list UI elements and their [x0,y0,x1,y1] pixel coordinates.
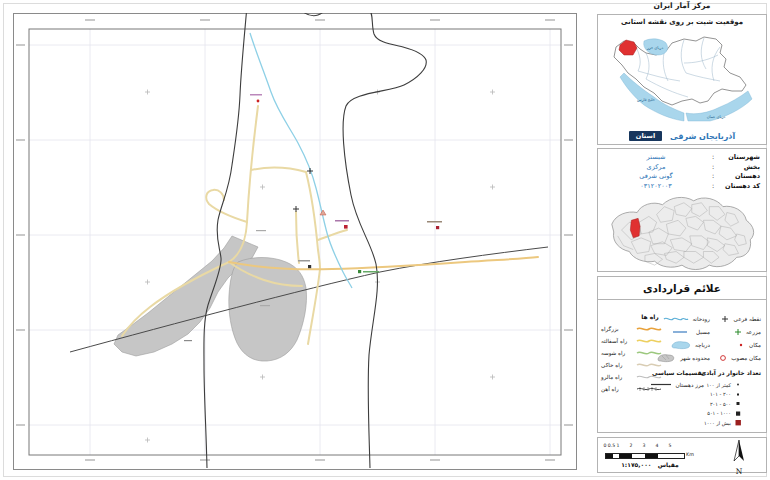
province-chip: استان [629,131,662,141]
village-markers [184,94,442,341]
legend-hh-class-4: ۵۰۱ - ۱۰۰۰ [707,410,742,417]
scale-panel: 0 0.5 1 2 3 4 5 Km مقیاس ۱:۱۷۵,۰۰۰ N [597,437,767,473]
north-label: N [730,469,748,474]
legend-road-track: راه مالرو [601,373,664,381]
legend-hh-class-1: کمتر از ۱۰۰ [706,381,742,388]
location-panel-title: موقعیت شیت بر روی نقشه استانی [598,18,766,26]
persian-gulf-label: خلیج فارس [637,97,656,102]
scale-unit: Km [686,452,694,457]
edge-coordinate-labels [16,19,573,461]
info-row-rural-district: دهستان : گونی شرقی [604,172,760,182]
info-panel: شهرستان : شبستر بخش : مرکزی دهستان : گون… [597,148,767,272]
province-name: آذربایجان شرقی [670,132,735,141]
map-grid [29,29,561,455]
caspian-sea-label: دریای خزر [646,45,664,50]
scale-bar: 0 0.5 1 2 3 4 5 Km [605,448,715,456]
legend-hh-class-5: بیش از ۱۰۰۰ [704,419,742,426]
legend-hh-class-2: ۱۰۱ - ۲۰۰ [710,391,742,398]
legend-roads-title: راه ها [632,313,668,320]
info-row-county: شهرستان : شبستر [604,153,760,163]
map-inner-frame [29,29,561,455]
legend-lake: دریاچه [666,340,710,350]
legend-stream: مسیل [667,328,710,336]
page-title: مرکز آمار ایران [597,1,767,12]
legend-point-farm: مزرعه [733,328,761,336]
north-arrow: N [730,439,748,473]
legend-point-place: مکان [736,341,761,349]
info-row-district: بخش : مرکزی [604,163,760,173]
legend-panel: علائم قراردادی نقطه فرعی مزرعه مکان مکان… [597,276,767,433]
legend-railway: راه آهن [601,385,664,393]
info-row-code: کد دهستان : ۰۳۱۲۰۲۰۰۳ [604,182,760,192]
highlighted-province [619,40,637,55]
province-district-map[interactable] [601,193,763,271]
legend-point-secondary: نقطه فرعی [720,315,761,323]
legend-households-title: تعداد خانوار در آبادی [701,369,761,376]
main-map[interactable] [13,13,575,468]
legend-road-dirt: راه خاکی [601,361,664,369]
legend-point-approved: مکان مصوب [718,354,761,362]
legend-road-highway: بزرگراه [601,325,664,333]
legend-road-gravel: راه شوسه [601,349,664,357]
oman-sea-label: دریای عمان [707,114,726,119]
location-panel: موقعیت شیت بر روی نقشه استانی دریای خزر … [597,14,767,145]
scale-text: مقیاس ۱:۱۷۵,۰۰۰ [602,461,698,468]
legend-river: رودخانه [663,315,710,323]
legend-hh-class-3: ۲۰۱ - ۵۰۰ [710,400,742,407]
iran-overview-map[interactable]: دریای خزر خلیج فارس دریای عمان [600,29,764,123]
river-line [250,33,352,288]
legend-title: علائم قراردادی [598,277,766,300]
legend-road-asphalt: راه آسفالته [601,337,664,345]
